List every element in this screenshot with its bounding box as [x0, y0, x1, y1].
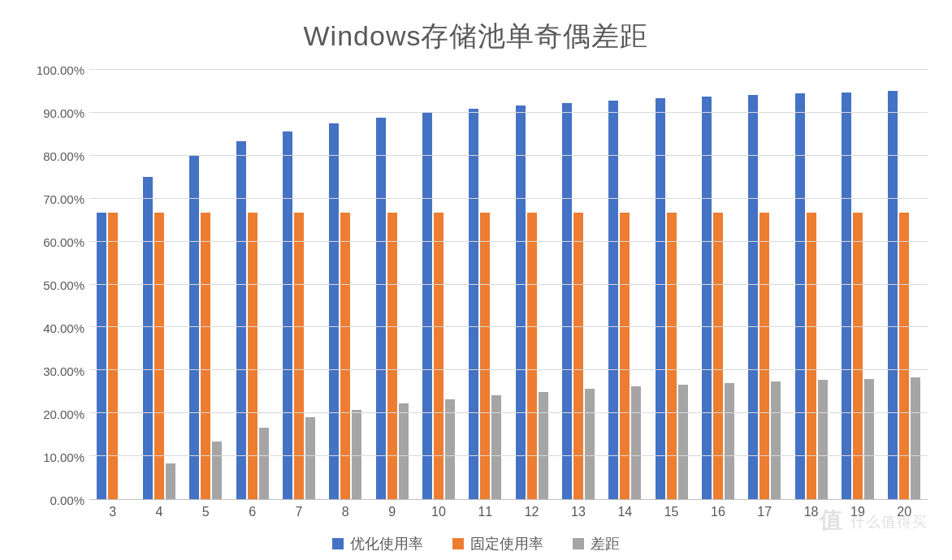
y-tick-label: 60.00% [43, 235, 84, 249]
bar [818, 380, 828, 499]
legend-label: 差距 [591, 534, 620, 554]
category-group [834, 70, 881, 499]
legend-item: 优化使用率 [332, 534, 423, 554]
category-group [369, 70, 415, 499]
bar [631, 386, 641, 499]
x-tick-label: 13 [555, 500, 601, 519]
bar [702, 97, 712, 499]
bar [539, 392, 548, 499]
gridline [89, 284, 928, 285]
category-group [322, 70, 369, 499]
bars-row [89, 70, 928, 499]
category-group [881, 70, 928, 499]
category-group [183, 70, 229, 499]
gridline [89, 155, 928, 156]
gridline [89, 241, 928, 242]
legend-label: 固定使用率 [470, 534, 543, 554]
x-tick-label: 9 [369, 500, 415, 519]
bar [491, 395, 501, 499]
legend-swatch [332, 538, 344, 549]
x-axis: 34567891011121314151617181920 [89, 500, 928, 519]
x-tick-label: 19 [834, 500, 881, 519]
y-tick-label: 70.00% [43, 192, 84, 206]
x-tick-label: 17 [742, 500, 788, 519]
x-tick-label: 16 [695, 500, 741, 519]
category-group [788, 70, 834, 499]
bar [236, 141, 246, 499]
category-group [275, 70, 322, 499]
bar [516, 106, 526, 499]
bar [189, 156, 199, 499]
y-tick-label: 40.00% [43, 321, 84, 335]
x-tick-label: 4 [136, 500, 182, 519]
gridline [89, 69, 928, 70]
bar [143, 177, 153, 499]
gridline [89, 412, 928, 413]
bar [376, 118, 386, 499]
bar [864, 379, 874, 499]
gridline [89, 369, 928, 370]
category-group [415, 70, 461, 499]
category-group [742, 70, 788, 499]
category-group [462, 70, 508, 499]
bar [469, 109, 478, 499]
bar [725, 383, 734, 499]
x-tick-label: 11 [462, 500, 508, 519]
y-axis: 0.00%10.00%20.00%30.00%40.00%50.00%60.00… [24, 70, 89, 500]
bar [771, 381, 781, 499]
x-tick-label: 7 [275, 500, 322, 519]
legend-swatch [452, 538, 464, 549]
bar [656, 98, 665, 499]
legend-swatch [573, 538, 584, 549]
legend-label: 优化使用率 [350, 534, 423, 554]
bar [352, 410, 361, 499]
x-tick-label: 12 [508, 500, 555, 519]
category-group [648, 70, 695, 499]
bar [259, 428, 269, 499]
category-group [555, 70, 601, 499]
y-tick-label: 20.00% [43, 407, 84, 421]
bar [166, 463, 175, 499]
y-tick-label: 100.00% [37, 63, 84, 77]
bar [399, 403, 409, 499]
y-tick-label: 90.00% [43, 106, 84, 120]
bar [842, 93, 851, 499]
gridline [89, 326, 928, 327]
y-tick-label: 30.00% [43, 364, 84, 378]
chart-title: Windows存储池单奇偶差距 [24, 18, 928, 55]
y-tick-label: 50.00% [43, 278, 84, 292]
chart-container: Windows存储池单奇偶差距 0.00%10.00%20.00%30.00%4… [0, 0, 952, 560]
bar [329, 123, 339, 499]
legend-item: 固定使用率 [452, 534, 543, 554]
bar [445, 399, 455, 499]
x-tick-label: 18 [788, 500, 834, 519]
category-group [89, 70, 136, 499]
x-tick-label: 8 [322, 500, 369, 519]
bar [305, 417, 315, 499]
category-group [229, 70, 275, 499]
bar [585, 389, 595, 499]
plot-area: 0.00%10.00%20.00%30.00%40.00%50.00%60.00… [24, 70, 928, 500]
y-tick-label: 0.00% [50, 493, 84, 507]
category-group [508, 70, 555, 499]
grid-area [89, 70, 928, 500]
x-tick-label: 15 [648, 500, 695, 519]
x-tick-label: 6 [229, 500, 275, 519]
y-tick-label: 10.00% [43, 450, 84, 464]
y-tick-label: 80.00% [43, 149, 84, 163]
bar [422, 113, 432, 499]
x-tick-label: 5 [183, 500, 229, 519]
bar [911, 377, 920, 499]
category-group [602, 70, 648, 499]
bar [283, 131, 292, 499]
gridline [89, 455, 928, 456]
x-tick-label: 20 [881, 500, 928, 519]
bar [678, 385, 688, 499]
category-group [695, 70, 741, 499]
legend: 优化使用率固定使用率差距 [24, 534, 928, 554]
category-group [136, 70, 182, 499]
bar [562, 103, 572, 499]
gridline [89, 198, 928, 199]
x-tick-label: 3 [89, 500, 136, 519]
bar [608, 101, 618, 499]
